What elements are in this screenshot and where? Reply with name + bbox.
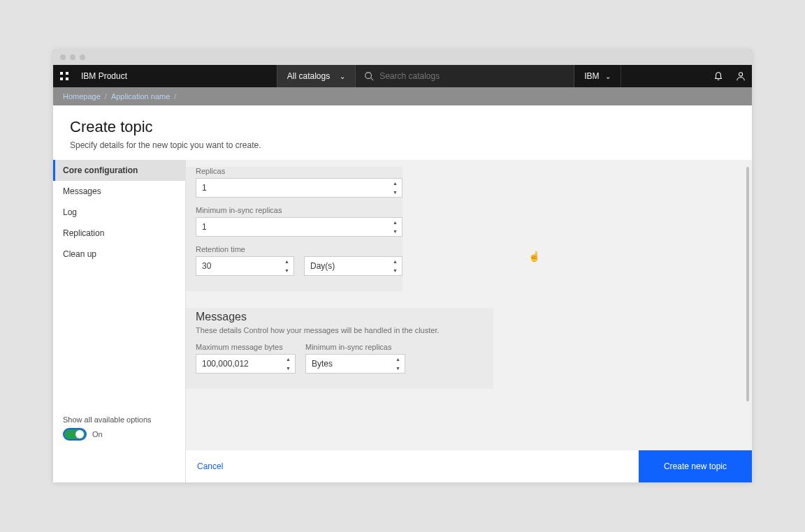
svg-line-5	[371, 78, 374, 81]
max-bytes-value: 100,000,012	[202, 359, 249, 369]
catalog-dropdown[interactable]: All catalogs ⌄	[277, 65, 356, 87]
svg-rect-0	[60, 72, 63, 75]
search-icon	[364, 71, 374, 81]
retention-value-input[interactable]: 30 ▲▼	[196, 256, 294, 276]
pointer-cursor-icon: ☝	[528, 251, 540, 262]
replicas-input[interactable]: 1 ▲▼	[196, 178, 402, 198]
breadcrumb-separator: /	[174, 92, 176, 101]
stepper-icon[interactable]: ▲▼	[284, 259, 289, 273]
retention-label: Retention time	[196, 245, 402, 253]
window-dot	[60, 54, 66, 60]
retention-unit-select[interactable]: Day(s) ▲▼	[304, 256, 402, 276]
user-icon[interactable]	[730, 65, 752, 87]
form-area: Replicas 1 ▲▼ Minimum in-sync replicas 1…	[186, 160, 752, 450]
breadcrumb-home[interactable]: Homepage	[63, 92, 101, 101]
min-isr-label: Minimum in-sync replicas	[196, 206, 402, 214]
stepper-icon[interactable]: ▲▼	[393, 259, 398, 273]
footer-sidebar-spacer	[53, 450, 186, 482]
app-menu-icon[interactable]	[53, 65, 75, 87]
svg-rect-2	[60, 77, 63, 80]
app-header: IBM Product All catalogs ⌄ IBM ⌄	[53, 65, 752, 87]
replicas-label: Replicas	[196, 167, 402, 175]
org-dropdown[interactable]: IBM ⌄	[574, 65, 621, 87]
retention-value: 30	[202, 261, 211, 271]
max-bytes-input[interactable]: 100,000,012 ▲▼	[196, 354, 296, 374]
msg-min-isr-label: Minimum in-sync replicas	[305, 343, 405, 351]
footer: Cancel Create new topic	[53, 450, 752, 482]
stepper-icon[interactable]: ▲▼	[393, 220, 398, 234]
nav-item-core[interactable]: Core configuration	[53, 160, 185, 181]
min-isr-input[interactable]: 1 ▲▼	[196, 217, 402, 237]
page-subtitle: Specify details for the new topic you wa…	[70, 140, 735, 150]
create-topic-button[interactable]: Create new topic	[639, 450, 752, 482]
chevron-down-icon: ⌄	[605, 73, 611, 80]
toggle-state: On	[92, 430, 103, 438]
sidebar: Core configuration Messages Log Replicat…	[53, 160, 186, 450]
catalog-label: All catalogs	[287, 71, 330, 81]
svg-rect-3	[66, 77, 68, 80]
nav-item-replication[interactable]: Replication	[53, 223, 185, 244]
replicas-value: 1	[202, 183, 207, 193]
stepper-icon[interactable]: ▲▼	[396, 357, 400, 371]
nav-item-log[interactable]: Log	[53, 202, 185, 223]
retention-unit: Day(s)	[310, 261, 335, 271]
window-dot	[70, 54, 75, 60]
messages-desc: These details Control how your messages …	[196, 326, 493, 334]
nav-list: Core configuration Messages Log Replicat…	[53, 160, 185, 265]
product-name: IBM Product	[75, 71, 133, 81]
cancel-button[interactable]: Cancel	[186, 450, 234, 482]
app-window: IBM Product All catalogs ⌄ IBM ⌄ Homepag…	[53, 50, 752, 482]
breadcrumb-app[interactable]: Application name	[111, 92, 170, 101]
main-body: Core configuration Messages Log Replicat…	[53, 160, 752, 450]
chevron-down-icon: ⌄	[340, 73, 345, 80]
messages-title: Messages	[196, 311, 493, 323]
org-label: IBM	[584, 71, 599, 81]
search-wrapper[interactable]	[356, 65, 574, 87]
show-all-toggle[interactable]	[63, 428, 87, 441]
scrollbar[interactable]	[746, 167, 749, 401]
svg-rect-1	[66, 72, 68, 75]
nav-item-cleanup[interactable]: Clean up	[53, 244, 185, 265]
breadcrumb: Homepage / Application name /	[53, 87, 752, 105]
window-dot	[80, 54, 85, 60]
window-chrome	[53, 50, 752, 65]
svg-point-7	[739, 73, 742, 76]
sidebar-bottom: Show all available options On	[53, 408, 185, 450]
search-input[interactable]	[379, 71, 565, 81]
max-bytes-label: Maximum message bytes	[196, 343, 296, 351]
section-messages: Messages These details Control how your …	[186, 308, 493, 389]
min-isr-value: 1	[202, 222, 207, 232]
breadcrumb-separator: /	[105, 92, 107, 101]
msg-unit-select[interactable]: Bytes ▲▼	[305, 354, 405, 374]
section-core: Replicas 1 ▲▼ Minimum in-sync replicas 1…	[186, 167, 402, 291]
stepper-icon[interactable]: ▲▼	[286, 357, 291, 371]
svg-point-4	[365, 73, 372, 79]
nav-item-messages[interactable]: Messages	[53, 181, 185, 202]
stepper-icon[interactable]: ▲▼	[393, 181, 398, 195]
toggle-label: Show all available options	[63, 415, 175, 424]
page-title: Create topic	[70, 118, 735, 136]
notifications-icon[interactable]	[707, 65, 730, 87]
page-header: Create topic Specify details for the new…	[53, 105, 752, 160]
msg-unit: Bytes	[312, 359, 333, 369]
